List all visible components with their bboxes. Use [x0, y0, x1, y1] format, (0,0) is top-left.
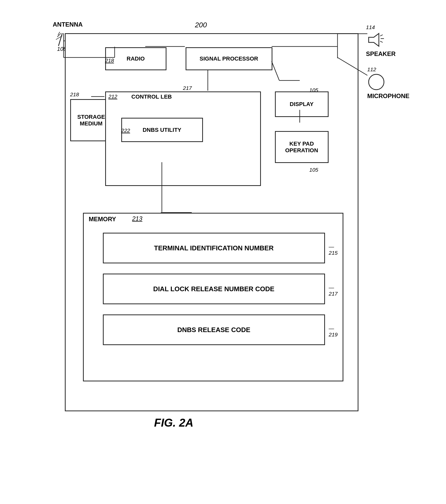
- antenna-label: ANTENNA: [53, 21, 83, 28]
- microphone-icon: [367, 73, 385, 91]
- ref-217-mem: — 217: [329, 285, 343, 297]
- ref-105-display: 105: [309, 87, 318, 93]
- page: ANTENNA 108 200 RADIO 218: [0, 0, 446, 504]
- fig-label: FIG. 2A: [154, 416, 194, 429]
- display-box: DISPLAY: [275, 91, 329, 117]
- control-ref: 212: [109, 93, 117, 100]
- memory-label: MEMORY: [89, 216, 116, 223]
- keypad-label: KEY PAD OPERATION: [285, 140, 318, 154]
- svg-point-8: [369, 74, 384, 90]
- ref-215: — 215: [329, 244, 343, 256]
- ref-114: 114: [366, 24, 396, 30]
- ref-200: 200: [195, 21, 207, 29]
- ref-105-keypad: 105: [309, 167, 318, 173]
- svg-marker-4: [369, 33, 379, 46]
- main-outer-box: RADIO 218 SIGNAL PROCESSOR 217 STORAGE M…: [65, 33, 358, 411]
- ref-217-top: 217: [183, 85, 192, 91]
- dial-lock-row: DIAL LOCK RELEASE NUMBER CODE: [103, 274, 325, 304]
- svg-line-5: [380, 35, 383, 36]
- terminal-id-label: TERMINAL IDENTIFICATION NUMBER: [154, 244, 273, 252]
- svg-line-7: [380, 41, 383, 42]
- keypad-box: KEY PAD OPERATION: [275, 131, 329, 163]
- radio-box: RADIO: [105, 47, 166, 70]
- dnbs-ref: 222: [121, 127, 130, 134]
- control-leb-label: CONTROL LEB: [131, 93, 172, 100]
- storage-ref: 218: [70, 91, 79, 98]
- ref-112: 112: [367, 66, 409, 73]
- dial-lock-label: DIAL LOCK RELEASE NUMBER CODE: [153, 285, 274, 293]
- dnbs-release-label: DNBS RELEASE CODE: [177, 326, 250, 334]
- speaker-icon: [366, 31, 385, 49]
- radio-label: RADIO: [127, 55, 145, 62]
- signal-processor-label: SIGNAL PROCESSOR: [200, 55, 258, 62]
- control-leb-box: 212 CONTROL LEB DNBS UTILITY 222: [105, 91, 261, 186]
- speaker-area: 114 SPEAKER: [366, 24, 396, 57]
- speaker-label: SPEAKER: [366, 50, 396, 57]
- terminal-id-row: TERMINAL IDENTIFICATION NUMBER: [103, 233, 325, 263]
- diagram-area: ANTENNA 108 200 RADIO 218: [44, 10, 402, 444]
- radio-ref: 218: [105, 57, 114, 64]
- dnbs-utility-box: DNBS UTILITY: [121, 118, 203, 142]
- display-label: DISPLAY: [290, 101, 314, 108]
- signal-processor-box: SIGNAL PROCESSOR: [186, 47, 272, 70]
- memory-box: MEMORY 213 TERMINAL IDENTIFICATION NUMBE…: [83, 213, 343, 381]
- dnbs-release-row: DNBS RELEASE CODE: [103, 314, 325, 345]
- microphone-label: MICROPHONE: [367, 92, 409, 100]
- ref-219: — 219: [329, 325, 343, 338]
- microphone-area: 112 MICROPHONE: [367, 66, 409, 100]
- memory-ref: 213: [132, 215, 142, 222]
- dnbs-utility-label: DNBS UTILITY: [143, 127, 182, 133]
- storage-medium-label: STORAGE MEDIUM: [77, 114, 105, 127]
